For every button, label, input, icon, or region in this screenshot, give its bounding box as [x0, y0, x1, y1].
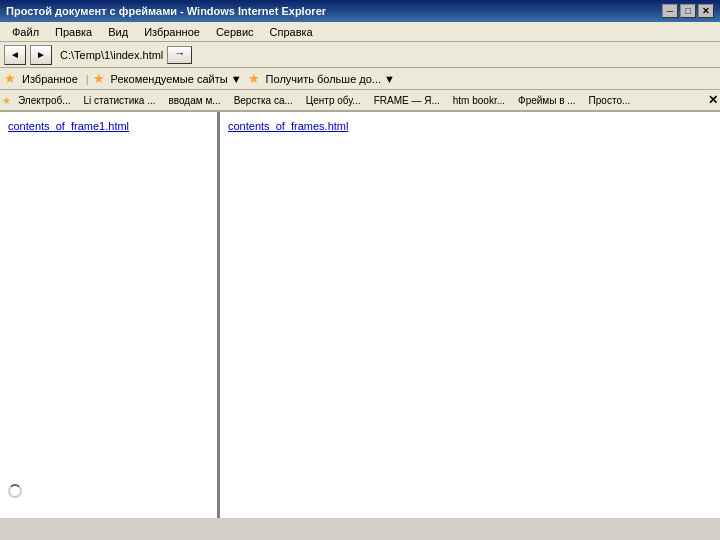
favorites-button[interactable]: Избранное: [18, 72, 82, 86]
title-buttons: ─ □ ✕: [662, 4, 714, 18]
link-star-icon: ★: [2, 95, 11, 106]
link-statistika[interactable]: Lі статистика ...: [78, 93, 162, 108]
separator: |: [86, 73, 89, 85]
favorites-bar: ★ Избранное | ★ Рекомендуемые сайты ▼ ★ …: [0, 68, 720, 90]
close-button[interactable]: ✕: [698, 4, 714, 18]
title-text: Простой документ с фреймами - Windows In…: [6, 5, 662, 17]
star-icon: ★: [4, 71, 16, 86]
address-bar: ◄ ► C:\Temp\1\index.html →: [0, 42, 720, 68]
recommended-sites[interactable]: Рекомендуемые сайты ▼: [107, 72, 246, 86]
link-elektrob[interactable]: Электроб...: [12, 93, 77, 108]
link-vvodyam[interactable]: вводам м...: [163, 93, 227, 108]
loading-icon: [8, 484, 22, 498]
link-frame[interactable]: FRAME — Я...: [368, 93, 446, 108]
menu-view[interactable]: Вид: [100, 24, 136, 40]
browser-content: contents_of_frame1.html contents_of_fram…: [0, 112, 720, 518]
menu-service[interactable]: Сервис: [208, 24, 262, 40]
back-button[interactable]: ◄: [4, 45, 26, 65]
star3-icon: ★: [248, 71, 260, 86]
menu-file[interactable]: Файл: [4, 24, 47, 40]
title-bar: Простой документ с фреймами - Windows In…: [0, 0, 720, 22]
frames-link[interactable]: contents_of_frames.html: [228, 120, 348, 132]
menu-favorites[interactable]: Избранное: [136, 24, 208, 40]
frame1-link[interactable]: contents_of_frame1.html: [8, 120, 209, 132]
spinner: [8, 484, 22, 498]
link-freymy[interactable]: Фреймы в ...: [512, 93, 582, 108]
link-verstka[interactable]: Верстка са...: [228, 93, 299, 108]
frame-left: contents_of_frame1.html: [0, 112, 220, 518]
menu-bar: Файл Правка Вид Избранное Сервис Справка: [0, 22, 720, 42]
go-button[interactable]: →: [167, 46, 192, 64]
frame-right: contents_of_frames.html: [220, 112, 720, 518]
links-bar: ★ Электроб... Lі статистика ... вводам м…: [0, 90, 720, 112]
get-more-link[interactable]: Получить больше до... ▼: [262, 72, 399, 86]
link-centr[interactable]: Центр обу...: [300, 93, 367, 108]
link-htmbookr[interactable]: htm bookr...: [447, 93, 511, 108]
link-prosto[interactable]: Просто...: [583, 93, 637, 108]
address-label-text: C:\Temp\1\index.html: [60, 49, 163, 61]
maximize-button[interactable]: □: [680, 4, 696, 18]
star2-icon: ★: [93, 71, 105, 86]
menu-help[interactable]: Справка: [262, 24, 321, 40]
forward-button[interactable]: ►: [30, 45, 52, 65]
minimize-button[interactable]: ─: [662, 4, 678, 18]
links-bar-close[interactable]: ✕: [708, 93, 718, 107]
menu-edit[interactable]: Правка: [47, 24, 100, 40]
